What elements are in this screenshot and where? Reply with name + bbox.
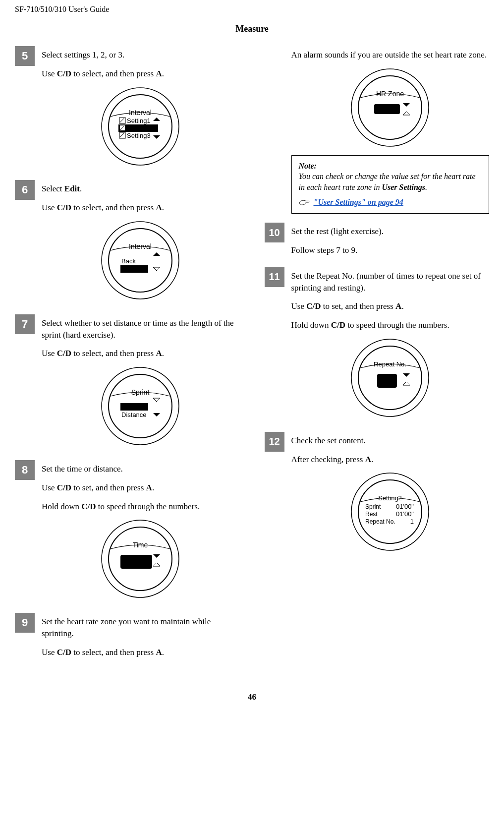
svg-text:01'00": 01'00"	[123, 557, 150, 567]
step-11: 11 Set the Repeat No. (number of times t…	[265, 270, 490, 421]
text: Use	[42, 648, 57, 657]
step12-line2: After checking, press A.	[291, 454, 490, 466]
text-bold: C/D	[306, 301, 321, 311]
text-bold: A	[395, 301, 401, 311]
text-bold: A	[156, 203, 162, 212]
step6-line2: Use C/D to select, and then press A.	[42, 202, 239, 214]
watch-repeat-no: Repeat No. 1	[350, 338, 430, 417]
step8-line1: Set the time or distance.	[42, 463, 239, 475]
section-title: Measure	[15, 24, 489, 34]
step-6: 6 Select Edit. Use C/D to select, and th…	[15, 183, 239, 303]
text: to set, and then press	[321, 301, 395, 311]
svg-text:Repeat No.: Repeat No.	[365, 518, 395, 525]
text: .	[162, 648, 164, 657]
text: Use	[42, 203, 57, 212]
text: Hold down	[291, 320, 331, 330]
step-12: 12 Check the set content. After checking…	[265, 435, 490, 555]
step-7: 7 Select whether to set distance or time…	[15, 317, 239, 449]
step-number-8: 8	[15, 460, 35, 480]
svg-text:Time: Time	[133, 541, 148, 549]
text: to select, and then press	[71, 349, 156, 358]
text-bold: A	[146, 483, 152, 492]
step11-line2: Use C/D to set, and then press A.	[291, 300, 490, 312]
step8-line2: Use C/D to set, and then press A.	[42, 482, 239, 494]
watch-interval-edit: Interval Back Edit	[101, 221, 180, 300]
text: Hold down	[42, 502, 81, 511]
text: .	[162, 203, 164, 212]
svg-text:01'00": 01'00"	[396, 510, 414, 518]
svg-text:Setting1: Setting1	[127, 117, 151, 124]
step-8: 8 Set the time or distance. Use C/D to s…	[15, 463, 239, 602]
text: to select, and then press	[71, 69, 156, 78]
text: .	[401, 301, 403, 311]
user-settings-link[interactable]: "User Settings" on page 94	[314, 198, 403, 206]
text-bold: C/D	[81, 502, 96, 511]
text-bold: C/D	[57, 483, 71, 492]
watch-hr-zone: HR Zone Zone1	[350, 68, 430, 147]
step7-line1: Select whether to set distance or time a…	[42, 317, 239, 341]
svg-text:Setting2: Setting2	[378, 494, 402, 502]
step9-line2: Use C/D to select, and then press A.	[42, 647, 239, 658]
step11-line3: Hold down C/D to speed through the numbe…	[291, 319, 490, 331]
step-number-10: 10	[265, 223, 284, 242]
step6-line1: Select Edit.	[42, 183, 239, 195]
step12-line1: Check the set content.	[291, 435, 490, 447]
text-bold: A	[156, 349, 162, 358]
svg-text:Interval: Interval	[129, 109, 152, 117]
step-number-12: 12	[265, 432, 284, 452]
text: to set, and then press	[71, 483, 146, 492]
text-bold: C/D	[57, 648, 71, 657]
text: Use	[42, 69, 57, 78]
text-bold: A	[156, 648, 162, 657]
step10-line2: Follow steps 7 to 9.	[291, 244, 490, 256]
text: After checking, press	[291, 455, 365, 464]
text: .	[425, 183, 427, 191]
note-link-row: "User Settings" on page 94	[299, 197, 482, 208]
step11-line1: Set the Repeat No. (number of times to r…	[291, 270, 490, 294]
svg-text:Setting3: Setting3	[127, 132, 151, 139]
text-bold: A	[156, 69, 162, 78]
text-bold: C/D	[331, 320, 345, 330]
step8-line3: Hold down C/D to speed through the numbe…	[42, 501, 239, 513]
watch-sprint-mode: Sprint Time Distance	[101, 366, 180, 446]
right-column: An alarm sounds if you are outside the s…	[252, 49, 490, 672]
text-bold: C/D	[57, 69, 71, 78]
text: Use	[291, 301, 307, 311]
left-column: 5 Select settings 1, 2, or 3. Use C/D to…	[15, 49, 252, 672]
step-10: 10 Set the rest (light exercise). Follow…	[265, 226, 490, 256]
pointing-hand-icon	[299, 199, 310, 206]
text-bold: C/D	[57, 203, 71, 212]
header-product-guide: SF-710/510/310 User's Guide	[15, 5, 489, 14]
svg-text:1: 1	[410, 518, 414, 525]
svg-rect-3	[119, 118, 125, 123]
text: to speed through the numbers.	[345, 320, 449, 330]
text: to speed through the numbers.	[96, 502, 200, 511]
step5-line2: Use C/D to select, and then press A.	[42, 68, 239, 80]
step7-line2: Use C/D to select, and then press A.	[42, 348, 239, 359]
text: to select, and then press	[71, 648, 156, 657]
text: .	[371, 455, 373, 464]
text: .	[162, 349, 164, 358]
text-bold: A	[365, 455, 371, 464]
step5-line1: Select settings 1, 2, or 3.	[42, 49, 239, 61]
note-title: Note:	[299, 161, 482, 172]
step-number-5: 5	[15, 46, 35, 66]
svg-text:Back: Back	[121, 257, 136, 265]
svg-text:Time: Time	[122, 403, 136, 411]
text-bold: Edit	[64, 184, 80, 193]
svg-text:Interval: Interval	[129, 242, 152, 250]
svg-text:Setting2: Setting2	[127, 124, 151, 132]
step10-line1: Set the rest (light exercise).	[291, 226, 490, 237]
step9-line1: Set the heart rate zone you want to main…	[42, 616, 239, 640]
svg-point-11	[109, 229, 172, 292]
svg-text:Zone1: Zone1	[377, 105, 397, 113]
svg-text:HR Zone: HR Zone	[376, 90, 404, 98]
watch-interval-settings: Interval Setting1 Setting2	[101, 87, 180, 166]
step-number-7: 7	[15, 314, 35, 334]
step-number-9: 9	[15, 613, 35, 633]
text: .	[80, 184, 82, 193]
text: Use	[42, 483, 57, 492]
note-body: You can check or change the value set fo…	[299, 171, 482, 192]
watch-setting2-summary: Setting2 Sprint 01'00" Rest 01'00" Repea…	[350, 472, 430, 551]
step-number-11: 11	[265, 267, 284, 287]
